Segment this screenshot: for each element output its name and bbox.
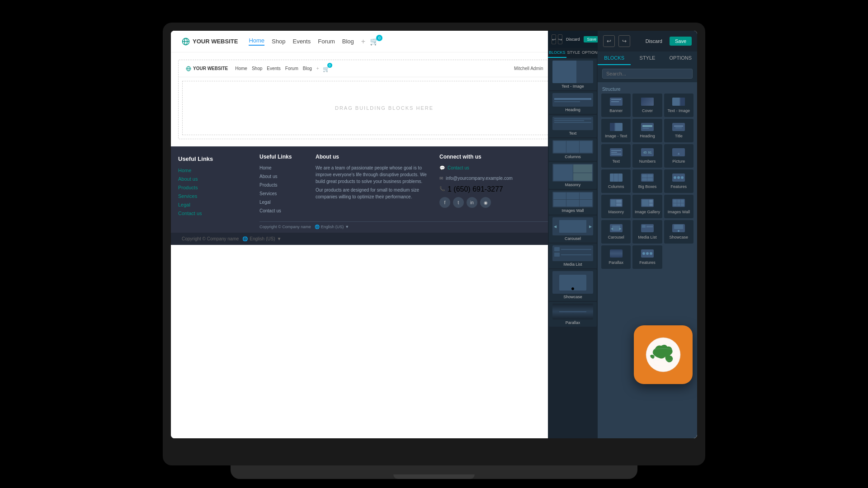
ext-block-images-wall[interactable]: Images Wall: [549, 190, 597, 215]
footer-link-products[interactable]: Products: [259, 182, 305, 188]
ext-tab-blocks[interactable]: BLOCKS: [548, 48, 566, 58]
search-input[interactable]: [602, 69, 693, 79]
social4-button[interactable]: ◉: [480, 197, 491, 208]
sidebar-link-products[interactable]: Products: [178, 185, 245, 190]
nav-forum[interactable]: Forum: [318, 38, 335, 45]
sidebar-link-contact[interactable]: Contact us: [178, 211, 245, 216]
inner-language-selector[interactable]: 🌐 English (US) ▼: [315, 225, 349, 229]
footer-link-legal[interactable]: Legal: [259, 199, 305, 206]
block-parallax[interactable]: Parallax: [601, 245, 631, 269]
inner-nav-shop[interactable]: Shop: [252, 66, 262, 71]
ext-block-columns[interactable]: Columns: [549, 138, 597, 161]
ext-save-button[interactable]: Save: [584, 36, 598, 42]
inner-nav-home[interactable]: Home: [235, 66, 247, 71]
heading-icon: [640, 122, 655, 132]
block-cover[interactable]: Cover: [632, 94, 662, 117]
inner-cart[interactable]: 🛒 0: [323, 65, 330, 73]
block-title[interactable]: Title: [664, 119, 693, 142]
inner-nav-plus-icon[interactable]: +: [316, 66, 319, 71]
email-icon: ✉: [439, 176, 443, 181]
nav-home[interactable]: Home: [249, 37, 264, 46]
ext-showcase-icon: ●: [552, 271, 593, 294]
ext-discard-button[interactable]: Discard: [564, 36, 582, 42]
ext-block-text-image[interactable]: Text - Image: [549, 59, 597, 90]
undo-button[interactable]: ↩: [603, 35, 615, 47]
block-images-wall-label: Images Wall: [668, 210, 690, 215]
block-image-text[interactable]: Image - Text: [601, 119, 631, 142]
toolbar-save-button[interactable]: Save: [670, 37, 692, 46]
footer-link-contact[interactable]: Contact us: [259, 207, 305, 214]
sidebar-link-home[interactable]: Home: [178, 168, 245, 173]
nav-blog[interactable]: Blog: [342, 38, 354, 45]
facebook-button[interactable]: f: [439, 197, 450, 208]
footer-link-about[interactable]: About us: [259, 173, 305, 180]
block-numbers[interactable]: 4591 Numbers: [632, 144, 662, 168]
drop-zone[interactable]: DRAG BUILDING BLOCKS HERE: [182, 81, 586, 135]
tab-options[interactable]: OPTIONS: [664, 52, 697, 65]
footer-link-services[interactable]: Services: [259, 190, 305, 197]
ext-undo-button[interactable]: ↩: [552, 34, 556, 44]
sidebar-link-legal[interactable]: Legal: [178, 202, 245, 207]
ext-block-showcase[interactable]: ● Showcase: [549, 269, 597, 301]
ext-heading-label: Heading: [565, 108, 580, 112]
ext-tab-options[interactable]: OPTIONS: [581, 48, 598, 58]
tab-blocks[interactable]: BLOCKS: [598, 52, 631, 65]
ext-carousel-icon: ◀ ▶: [552, 217, 593, 235]
inner-nav-blog[interactable]: Blog: [303, 66, 312, 71]
block-text[interactable]: Text: [601, 144, 631, 168]
block-showcase[interactable]: Showcase: [664, 220, 693, 244]
block-heading[interactable]: Heading: [632, 119, 662, 142]
ext-block-medialist[interactable]: Media List: [549, 244, 597, 268]
block-features[interactable]: Features: [664, 169, 693, 193]
block-images-wall[interactable]: Images Wall: [664, 195, 693, 218]
block-columns[interactable]: Columns: [601, 169, 631, 193]
block-masonry[interactable]: Masonry: [601, 195, 631, 218]
ext-redo-button[interactable]: ↪: [558, 34, 562, 44]
block-image-text-label: Image - Text: [605, 134, 627, 139]
block-image-gallery[interactable]: Image Gallery: [632, 195, 662, 218]
block-carousel[interactable]: Carousel: [601, 220, 631, 244]
footer-email-item: ✉ info@yourcompany.example.com: [439, 175, 513, 183]
website: YOUR WEBSITE Home Shop Events Forum Blog…: [171, 31, 697, 438]
sidebar-link-services[interactable]: Services: [178, 193, 245, 199]
block-picture[interactable]: Picture: [664, 144, 693, 168]
tab-style[interactable]: STYLE: [631, 52, 664, 65]
toolbar-discard-button[interactable]: Discard: [642, 37, 666, 46]
main-content: YOUR WEBSITE Home Shop Events Forum Blog…: [171, 52, 598, 438]
ext-block-masonry[interactable]: Masonry: [549, 162, 597, 189]
block-features2-label: Features: [639, 260, 656, 265]
ext-parallax-label: Parallax: [566, 320, 580, 325]
footer-col3-title: About us: [316, 154, 429, 160]
block-features-label: Features: [671, 184, 687, 189]
inner-admin-label[interactable]: Mitchell Admin: [514, 66, 543, 71]
cart-button[interactable]: 🛒 0: [370, 37, 379, 46]
inner-nav-forum[interactable]: Forum: [285, 66, 298, 71]
ext-blocks-list: Text - Image Heading: [548, 58, 598, 328]
block-media-list-label: Media List: [638, 235, 656, 240]
ext-block-carousel[interactable]: ◀ ▶ Carousel: [549, 216, 597, 243]
block-media-list[interactable]: Media List: [632, 220, 662, 244]
inner-nav-events[interactable]: Events: [267, 66, 281, 71]
ext-block-parallax[interactable]: Parallax: [549, 302, 597, 327]
ext-tab-style[interactable]: STYLE: [566, 48, 581, 58]
block-masonry-label: Masonry: [608, 210, 624, 215]
laptop-screen: YOUR WEBSITE Home Shop Events Forum Blog…: [171, 31, 697, 438]
footer-email-link[interactable]: info@yourcompany.example.com: [446, 175, 513, 182]
block-big-boxes[interactable]: Big Boxes: [632, 169, 662, 193]
ext-block-text[interactable]: Text: [549, 115, 597, 137]
nav-events[interactable]: Events: [292, 38, 311, 45]
ext-block-heading[interactable]: Heading: [549, 91, 597, 114]
footer-link-home[interactable]: Home: [259, 164, 305, 171]
twitter-button[interactable]: t: [453, 197, 464, 208]
block-features2[interactable]: Features: [632, 245, 662, 269]
redo-button[interactable]: ↪: [618, 35, 630, 47]
nav-shop[interactable]: Shop: [272, 38, 285, 45]
block-banner[interactable]: Banner: [601, 94, 631, 117]
linkedin-button[interactable]: in: [467, 197, 477, 208]
nav-add-icon[interactable]: +: [361, 38, 365, 46]
footer-about-text1: We are a team of passionate people whose…: [316, 164, 429, 185]
block-text-image[interactable]: Text - Image: [664, 94, 693, 117]
sidebar-link-about[interactable]: About us: [178, 176, 245, 182]
footer-contact-us-link[interactable]: Contact us: [448, 164, 469, 171]
outer-lang-selector[interactable]: 🌐 English (US) ▼: [242, 236, 281, 241]
